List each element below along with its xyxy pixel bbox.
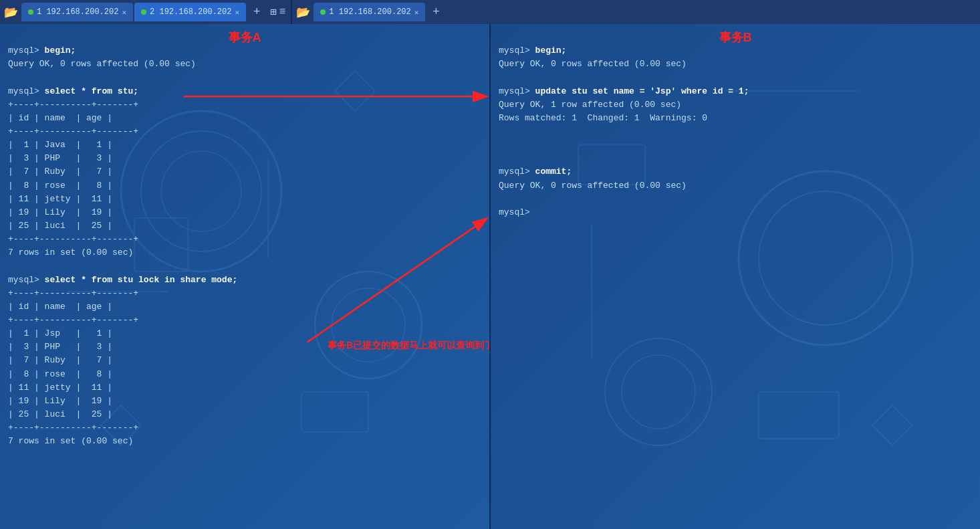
left-line-26: | 25 | luci | 25 | (8, 409, 112, 419)
left-line-21: | 3 | PHP | 3 | (8, 342, 112, 352)
grid-view-icon[interactable]: ⊞ (270, 5, 277, 19)
left-line-14: +----+----------+-------+ (8, 234, 138, 244)
right-line-2: Query OK, 0 rows affected (0.00 sec) (499, 59, 687, 69)
left-line-8: | 3 | PHP | 3 | (8, 153, 112, 163)
tab-add-right[interactable]: + (428, 4, 444, 20)
annotation-note: 事务B已提交的数据马上就可以查询到了 (328, 340, 489, 352)
left-line-17: +----+----------+-------+ (8, 288, 138, 298)
right-line-3: mysql> update stu set name = 'Jsp' where… (499, 86, 749, 96)
svg-point-17 (605, 338, 712, 445)
left-terminal: mysql> begin; Query OK, 0 rows affected … (0, 24, 489, 467)
left-line-6: +----+----------+-------+ (8, 126, 138, 136)
list-view-icon[interactable]: ≡ (279, 6, 286, 18)
left-line-23: | 8 | rose | 8 | (8, 369, 112, 379)
folder-icon-right[interactable]: 📂 (292, 0, 314, 24)
left-line-3: mysql> select * from stu; (8, 86, 138, 96)
left-line-25: | 19 | Lily | 19 | (8, 396, 112, 406)
folder-icon-left[interactable]: 📂 (0, 0, 21, 24)
left-line-19: +----+----------+-------+ (8, 315, 138, 325)
tab-1-close[interactable]: ✕ (122, 8, 126, 17)
right-line-8: Query OK, 0 rows affected (0.00 sec) (499, 181, 687, 191)
tab-1-right-label: 1 192.168.200.202 (329, 7, 410, 17)
tab-dot-right (320, 9, 326, 15)
right-line-4: Query OK, 1 row affected (0.00 sec) (499, 100, 681, 110)
tab-1-left[interactable]: 1 192.168.200.202 ✕ (21, 3, 133, 21)
left-line-28: 7 rows in set (0.00 sec) (8, 436, 133, 446)
left-line-5: | id | name | age | (8, 113, 112, 123)
left-line-7: | 1 | Java | 1 | (8, 140, 112, 150)
svg-marker-23 (872, 405, 912, 445)
left-line-24: | 11 | jetty | 11 | (8, 383, 112, 393)
tab-add-left[interactable]: + (249, 4, 265, 20)
left-line-9: | 7 | Ruby | 7 | (8, 167, 112, 177)
label-transaction-a: 事务A (229, 29, 261, 45)
tab-2-label: 2 192.168.200.202 (150, 7, 231, 17)
left-line-1: mysql> begin; (8, 45, 76, 56)
left-line-22: | 7 | Ruby | 7 | (8, 355, 112, 365)
tab-1-right[interactable]: 1 192.168.200.202 ✕ (314, 3, 425, 21)
label-transaction-b: 事务B (719, 29, 752, 45)
tab-dot-2 (141, 9, 146, 15)
left-line-2: Query OK, 0 rows affected (0.00 sec) (8, 59, 196, 69)
tab-2-left[interactable]: 2 192.168.200.202 ✕ (134, 3, 246, 21)
left-line-15: 7 rows in set (0.00 sec) (8, 247, 133, 257)
left-line-27: +----+----------+-------+ (8, 423, 138, 433)
right-line-9: mysql> (499, 207, 530, 217)
svg-point-18 (622, 355, 695, 429)
left-line-16: mysql> select * from stu lock in share m… (8, 275, 237, 285)
left-line-13: | 25 | luci | 25 | (8, 221, 112, 231)
right-line-1: mysql> begin; (499, 45, 566, 56)
svg-rect-20 (759, 392, 839, 439)
right-terminal: mysql> begin; Query OK, 0 rows affected … (491, 24, 980, 238)
left-line-11: | 11 | jetty | 11 | (8, 194, 112, 204)
right-line-7: mysql> commit; (499, 167, 572, 177)
tab-2-close[interactable]: ✕ (235, 8, 239, 17)
left-line-18: | id | name | age | (8, 302, 112, 312)
tab-dot-1 (28, 9, 33, 15)
left-line-4: +----+----------+-------+ (8, 100, 138, 110)
right-line-5: Rows matched: 1 Changed: 1 Warnings: 0 (499, 113, 707, 123)
tab-1-label: 1 192.168.200.202 (37, 7, 118, 17)
left-line-12: | 19 | Lily | 19 | (8, 207, 112, 217)
left-line-20: | 1 | Jsp | 1 | (8, 328, 112, 338)
left-line-10: | 8 | rose | 8 | (8, 181, 112, 191)
tab-1-right-close[interactable]: ✕ (414, 8, 419, 17)
